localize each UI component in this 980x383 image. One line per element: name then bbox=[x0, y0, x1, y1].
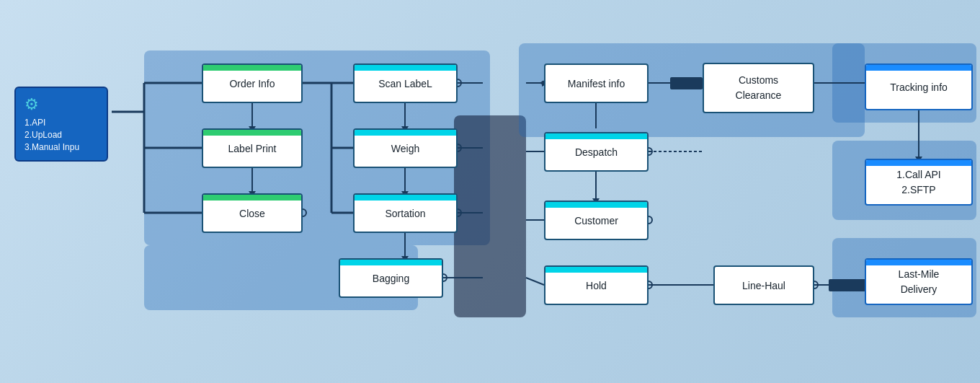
close-node[interactable]: Close bbox=[202, 193, 303, 233]
bagging-label: Bagging bbox=[373, 273, 409, 284]
svg-line-28 bbox=[526, 278, 544, 285]
weigh-node[interactable]: Weigh bbox=[353, 128, 458, 168]
plugin-icon: ⚙ bbox=[24, 95, 98, 114]
label-print-label: Label Print bbox=[228, 143, 277, 154]
line-haul-label: Line-Haul bbox=[742, 280, 785, 291]
close-label: Close bbox=[239, 208, 265, 219]
last-mile-node[interactable]: Last-Mile Delivery bbox=[865, 258, 973, 305]
sortation-node[interactable]: Sortation bbox=[353, 193, 458, 233]
line-haul-node[interactable]: Line-Haul bbox=[713, 265, 814, 305]
bagging-node[interactable]: Bagging bbox=[339, 258, 443, 298]
sortation-label: Sortation bbox=[385, 208, 425, 219]
customs-clearance-node[interactable]: Customs Clearance bbox=[703, 63, 814, 113]
tracking-info-label: Tracking info bbox=[890, 82, 948, 93]
tracking-info-node[interactable]: Tracking info bbox=[865, 63, 973, 110]
last-mile-label: Last-Mile Delivery bbox=[899, 267, 940, 297]
start-label: 1.API 2.UpLoad 3.Manual Inpu bbox=[24, 117, 98, 153]
call-api-label: 1.Call API 2.SFTP bbox=[896, 167, 940, 198]
scan-label-label: Scan LabeL bbox=[378, 78, 432, 89]
weigh-label: Weigh bbox=[391, 143, 419, 154]
diagram-container: ⚙ 1.API 2.UpLoad 3.Manual Inpu Order Inf… bbox=[0, 0, 980, 383]
order-info-label: Order Info bbox=[229, 78, 275, 89]
despatch-label: Despatch bbox=[575, 146, 618, 158]
manifest-info-label: Manifest info bbox=[568, 78, 625, 89]
hold-label: Hold bbox=[586, 280, 607, 291]
order-info-node[interactable]: Order Info bbox=[202, 63, 303, 103]
hold-node[interactable]: Hold bbox=[544, 265, 649, 305]
customer-label: Customer bbox=[574, 215, 618, 226]
label-print-node[interactable]: Label Print bbox=[202, 128, 303, 168]
manifest-info-node[interactable]: Manifest info bbox=[544, 63, 649, 103]
start-node[interactable]: ⚙ 1.API 2.UpLoad 3.Manual Inpu bbox=[14, 87, 108, 162]
scan-label-node[interactable]: Scan LabeL bbox=[353, 63, 458, 103]
customer-node[interactable]: Customer bbox=[544, 201, 649, 240]
customs-clearance-label: Customs Clearance bbox=[736, 73, 782, 103]
call-api-node[interactable]: 1.Call API 2.SFTP bbox=[865, 159, 973, 206]
despatch-node[interactable]: Despatch bbox=[544, 132, 649, 172]
